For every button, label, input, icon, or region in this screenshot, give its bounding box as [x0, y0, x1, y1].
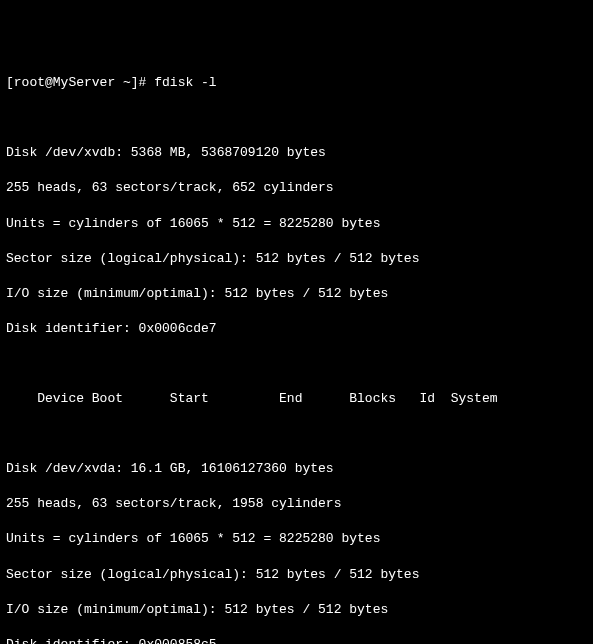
- output-line: Sector size (logical/physical): 512 byte…: [6, 567, 419, 582]
- output-line: Sector size (logical/physical): 512 byte…: [6, 251, 419, 266]
- output-line: I/O size (minimum/optimal): 512 bytes / …: [6, 602, 388, 617]
- output-line: 255 heads, 63 sectors/track, 1958 cylind…: [6, 496, 341, 511]
- output-line: Disk identifier: 0x0006cde7: [6, 321, 217, 336]
- command-text: fdisk -l: [154, 75, 216, 90]
- shell-prompt: [root@MyServer ~]#: [6, 75, 154, 90]
- output-line: Units = cylinders of 16065 * 512 = 82252…: [6, 531, 380, 546]
- partition-header: Device Boot Start End Blocks Id System: [6, 391, 497, 406]
- output-line: Disk /dev/xvda: 16.1 GB, 16106127360 byt…: [6, 461, 334, 476]
- output-line: Units = cylinders of 16065 * 512 = 82252…: [6, 216, 380, 231]
- output-line: 255 heads, 63 sectors/track, 652 cylinde…: [6, 180, 334, 195]
- output-line: Disk identifier: 0x000858c5: [6, 637, 217, 644]
- output-line: I/O size (minimum/optimal): 512 bytes / …: [6, 286, 388, 301]
- prompt-line: [root@MyServer ~]# fdisk -l: [6, 75, 217, 90]
- output-line: Disk /dev/xvdb: 5368 MB, 5368709120 byte…: [6, 145, 326, 160]
